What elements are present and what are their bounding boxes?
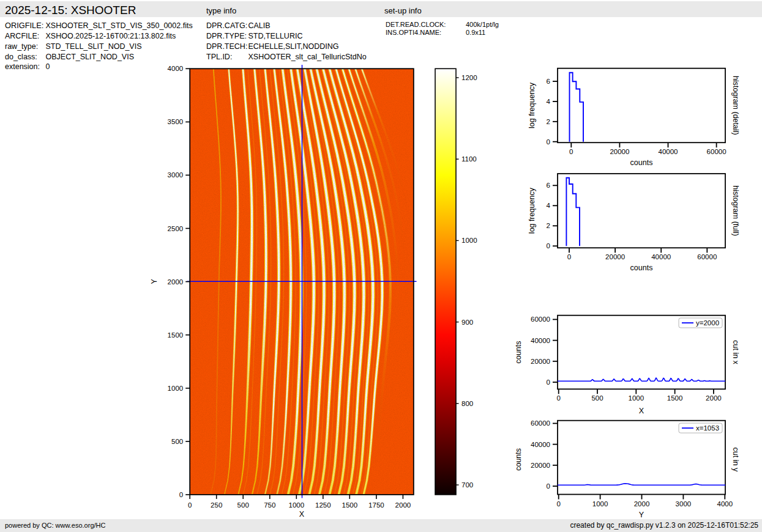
svg-text:0: 0 [556,500,560,508]
svg-text:Y: Y [150,278,159,284]
svg-text:X: X [639,407,644,415]
svg-text:extension:: extension: [5,62,40,71]
svg-text:ARCFILE:: ARCFILE: [5,32,39,40]
svg-text:2: 2 [547,222,550,229]
svg-text:20000: 20000 [531,358,550,365]
svg-text:60000: 60000 [531,316,550,323]
svg-text:2500: 2500 [168,225,184,232]
svg-text:XSHOOTER_slt_cal_TelluricStdNo: XSHOOTER_slt_cal_TelluricStdNo [248,53,367,61]
svg-text:cut in y: cut in y [731,448,740,472]
svg-text:log frequency: log frequency [528,187,536,234]
svg-text:CALIB: CALIB [248,21,271,30]
svg-text:1500: 1500 [342,501,358,509]
svg-text:60000: 60000 [707,148,727,155]
svg-text:4000: 4000 [168,65,184,72]
svg-text:DET.READ.CLOCK:: DET.READ.CLOCK: [386,21,446,28]
svg-text:STD_TELL_SLIT_NOD_VIS: STD_TELL_SLIT_NOD_VIS [46,42,142,51]
svg-text:2000: 2000 [168,278,184,286]
svg-text:40000: 40000 [531,337,550,344]
svg-text:60000: 60000 [697,253,717,260]
svg-text:1000: 1000 [168,385,184,392]
svg-text:40000: 40000 [531,441,550,448]
svg-text:20000: 20000 [531,462,550,469]
svg-text:2000: 2000 [395,501,411,509]
svg-text:counts: counts [514,448,523,471]
svg-text:1500: 1500 [168,331,184,339]
svg-text:counts: counts [514,341,523,364]
svg-text:0: 0 [46,62,50,71]
svg-text:4: 4 [547,202,551,209]
svg-text:STD,TELLURIC: STD,TELLURIC [248,32,303,40]
svg-text:2: 2 [547,118,550,125]
svg-text:INS.OPTI4.NAME:: INS.OPTI4.NAME: [386,29,441,36]
svg-text:1100: 1100 [461,155,477,163]
svg-text:histogram (detail): histogram (detail) [731,76,740,135]
svg-text:Y: Y [639,511,644,519]
svg-text:1500: 1500 [667,394,683,402]
svg-text:4000: 4000 [717,500,733,508]
svg-text:3000: 3000 [168,171,184,179]
svg-text:1000: 1000 [629,394,644,402]
svg-text:0: 0 [569,148,573,155]
svg-text:4: 4 [547,98,551,105]
svg-text:DPR.TYPE:: DPR.TYPE: [206,32,247,40]
svg-text:0.9x11: 0.9x11 [466,29,485,36]
svg-text:0: 0 [556,394,560,402]
svg-text:0: 0 [188,501,192,509]
svg-text:XSHOO.2025-12-16T00:21:13.802.: XSHOO.2025-12-16T00:21:13.802.fits [46,32,176,40]
svg-text:1250: 1250 [315,501,331,509]
svg-text:3000: 3000 [676,500,692,508]
svg-text:cut in x: cut in x [731,340,740,364]
svg-text:DPR.TECH:: DPR.TECH: [206,42,247,51]
svg-text:log frequency: log frequency [528,82,536,128]
svg-text:500: 500 [171,438,183,445]
svg-text:0: 0 [179,491,183,498]
svg-text:40000: 40000 [651,253,671,260]
svg-text:counts: counts [630,158,653,167]
svg-text:400k/1pt/lg: 400k/1pt/lg [466,21,499,28]
svg-text:DPR.CATG:: DPR.CATG: [206,21,247,30]
svg-text:XSHOOTER_SLT_STD_VIS_350_0002.: XSHOOTER_SLT_STD_VIS_350_0002.fits [46,21,193,30]
svg-text:TPL.ID:: TPL.ID: [206,53,232,61]
svg-text:1750: 1750 [368,501,384,509]
svg-text:OBJECT_SLIT_NOD_VIS: OBJECT_SLIT_NOD_VIS [46,53,135,61]
svg-text:1000: 1000 [592,500,608,508]
svg-text:0: 0 [547,242,550,249]
svg-text:y=2000: y=2000 [696,319,719,327]
svg-text:2000: 2000 [634,500,650,508]
svg-text:1000: 1000 [461,237,477,244]
svg-text:2025-12-15: XSHOOTER: 2025-12-15: XSHOOTER [5,4,136,17]
svg-text:250: 250 [211,501,222,509]
svg-text:do_class:: do_class: [5,53,37,61]
svg-text:6: 6 [547,78,550,85]
svg-text:0: 0 [547,138,550,146]
svg-text:800: 800 [461,400,473,407]
svg-text:ORIGFILE:: ORIGFILE: [5,21,43,30]
svg-text:1000: 1000 [289,501,305,509]
svg-text:6: 6 [547,182,550,189]
svg-text:type info: type info [206,6,236,15]
svg-text:40000: 40000 [659,148,678,155]
svg-text:created by qc_rawdisp.py v1.2.: created by qc_rawdisp.py v1.2.3 on 2025-… [570,521,758,530]
svg-text:powered by QC: www.eso.org/HC: powered by QC: www.eso.org/HC [5,522,106,529]
svg-text:set-up info: set-up info [384,6,422,15]
svg-text:ECHELLE,SLIT,NODDING: ECHELLE,SLIT,NODDING [248,42,339,51]
svg-text:counts: counts [630,264,653,272]
svg-text:3500: 3500 [168,118,184,125]
svg-text:750: 750 [264,501,275,509]
svg-text:500: 500 [591,394,603,402]
svg-text:1200: 1200 [461,74,477,81]
svg-text:raw_type:: raw_type: [5,42,38,51]
svg-text:0: 0 [547,379,550,386]
svg-text:x=1053: x=1053 [696,424,719,432]
svg-text:60000: 60000 [531,419,550,427]
svg-text:900: 900 [461,319,473,326]
svg-text:500: 500 [237,501,249,509]
svg-text:X: X [299,510,305,519]
svg-text:20000: 20000 [605,253,625,260]
svg-text:histogram (full): histogram (full) [731,185,740,236]
svg-text:2000: 2000 [706,394,722,402]
svg-text:20000: 20000 [610,148,629,155]
svg-text:0: 0 [547,482,550,490]
svg-text:700: 700 [461,481,473,489]
